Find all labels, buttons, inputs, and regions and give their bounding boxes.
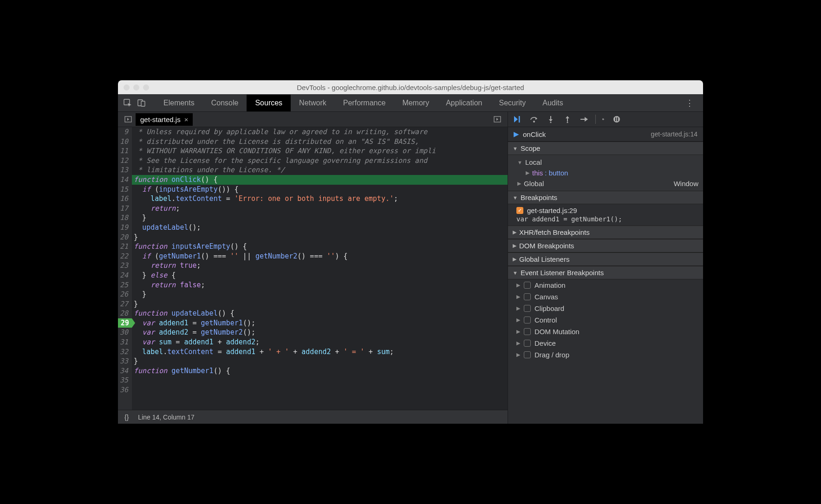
inspect-icon[interactable] — [123, 98, 133, 108]
tab-memory[interactable]: Memory — [394, 95, 437, 111]
deactivate-breakpoints-icon[interactable] — [595, 115, 605, 124]
svg-point-7 — [550, 122, 552, 123]
close-icon[interactable]: × — [184, 116, 189, 123]
zoom-button[interactable] — [143, 84, 149, 90]
svg-rect-11 — [615, 117, 616, 121]
panel-tabs-bar: ElementsConsoleSourcesNetworkPerformance… — [118, 94, 703, 112]
traffic-lights — [124, 84, 149, 90]
event-categories: ▶Animation▶Canvas▶Clipboard▶Control▶DOM … — [508, 279, 703, 361]
close-button[interactable] — [124, 84, 130, 90]
event-listener-breakpoints-header[interactable]: ▼Event Listener Breakpoints — [508, 266, 703, 279]
chevron-right-icon: ▶ — [526, 170, 529, 176]
svg-rect-12 — [617, 117, 618, 121]
chevron-right-icon: ▶ — [516, 340, 520, 346]
event-category[interactable]: ▶Clipboard — [508, 303, 703, 314]
chevron-right-icon: ▶ — [513, 243, 516, 249]
svg-point-10 — [613, 116, 620, 123]
svg-point-8 — [567, 122, 568, 123]
editor-pane: get-started.js × 91011121314151617181920… — [118, 112, 508, 424]
event-category[interactable]: ▶Canvas — [508, 291, 703, 303]
scope-body: ▼Local ▶this: button ▶GlobalWindow — [508, 155, 703, 191]
tab-application[interactable]: Application — [437, 95, 490, 111]
debugger-toggle-icon[interactable] — [492, 114, 503, 125]
event-category[interactable]: ▶DOM Mutation — [508, 326, 703, 337]
call-stack-frame[interactable]: ▶ onClick get-started.js:14 — [508, 127, 703, 142]
dom-breakpoints-header[interactable]: ▶DOM Breakpoints — [508, 239, 703, 252]
editor-tabs-bar: get-started.js × — [118, 112, 508, 127]
breakpoints-header[interactable]: ▼Breakpoints — [508, 191, 703, 204]
svg-rect-2 — [141, 101, 145, 106]
chevron-down-icon: ▼ — [513, 146, 518, 151]
chevron-right-icon: ▶ — [516, 294, 520, 300]
pretty-print-icon[interactable]: {} — [124, 414, 129, 421]
call-stack-location: get-started.js:14 — [651, 130, 697, 138]
step-over-icon[interactable] — [529, 115, 539, 124]
chevron-right-icon: ▶ — [516, 317, 520, 323]
tab-security[interactable]: Security — [490, 95, 534, 111]
status-bar: {} Line 14, Column 17 — [118, 410, 508, 424]
panel-tabs: ElementsConsoleSourcesNetworkPerformance… — [155, 95, 572, 111]
tab-audits[interactable]: Audits — [534, 95, 571, 111]
event-category[interactable]: ▶Drag / drop — [508, 349, 703, 361]
minimize-button[interactable] — [133, 84, 139, 90]
checkbox-icon[interactable] — [524, 305, 531, 312]
code-content[interactable]: * Unless required by applicable law or a… — [132, 127, 508, 410]
checkbox-icon[interactable] — [524, 293, 531, 300]
code-area[interactable]: 9101112131415161718192021222324252627282… — [118, 127, 508, 410]
step-into-icon[interactable] — [546, 115, 555, 124]
checkbox-checked-icon[interactable]: ✓ — [516, 207, 523, 214]
tab-console[interactable]: Console — [203, 95, 247, 111]
device-toggle-icon[interactable] — [137, 98, 147, 108]
step-icon[interactable] — [580, 115, 589, 124]
file-tab[interactable]: get-started.js × — [136, 113, 193, 126]
resume-icon[interactable] — [513, 115, 522, 124]
breakpoints-body: ✓get-started.js:29 var addend1 = getNumb… — [508, 204, 703, 226]
chevron-down-icon: ▼ — [513, 270, 518, 276]
tab-elements[interactable]: Elements — [155, 95, 203, 111]
chevron-down-icon: ▼ — [517, 160, 522, 165]
scope-this[interactable]: ▶this: button — [508, 168, 703, 178]
event-category[interactable]: ▶Device — [508, 337, 703, 349]
svg-rect-5 — [519, 116, 520, 123]
debugger-pane: ▶ onClick get-started.js:14 ▼Scope ▼Loca… — [508, 112, 703, 424]
chevron-right-icon: ▶ — [516, 282, 520, 288]
file-tab-label: get-started.js — [140, 116, 181, 123]
checkbox-icon[interactable] — [524, 328, 531, 335]
xhr-breakpoints-header[interactable]: ▶XHR/fetch Breakpoints — [508, 226, 703, 239]
global-listeners-header[interactable]: ▶Global Listeners — [508, 252, 703, 266]
checkbox-icon[interactable] — [524, 282, 531, 289]
window-title: DevTools - googlechrome.github.io/devtoo… — [118, 84, 703, 91]
more-icon[interactable]: ⋮ — [682, 98, 698, 108]
chevron-right-icon: ▶ — [513, 229, 516, 235]
event-category[interactable]: ▶Control — [508, 314, 703, 326]
breakpoint-item[interactable]: ✓get-started.js:29 — [508, 204, 703, 215]
checkbox-icon[interactable] — [524, 340, 531, 347]
chevron-right-icon: ▶ — [516, 329, 520, 335]
chevron-right-icon: ▶ — [513, 256, 516, 262]
scope-header[interactable]: ▼Scope — [508, 142, 703, 155]
checkbox-icon[interactable] — [524, 351, 531, 358]
scope-local[interactable]: ▼Local — [508, 157, 703, 168]
pause-exceptions-icon[interactable] — [612, 115, 621, 124]
svg-point-6 — [533, 121, 535, 123]
event-category[interactable]: ▶Animation — [508, 279, 703, 291]
devtools-window: DevTools - googlechrome.github.io/devtoo… — [118, 80, 703, 424]
debugger-toolbar — [508, 112, 703, 127]
tab-network[interactable]: Network — [291, 95, 335, 111]
main-area: get-started.js × 91011121314151617181920… — [118, 112, 703, 424]
titlebar: DevTools - googlechrome.github.io/devtoo… — [118, 80, 703, 94]
checkbox-icon[interactable] — [524, 317, 531, 323]
chevron-right-icon: ▶ — [516, 352, 520, 358]
gutter[interactable]: 9101112131415161718192021222324252627282… — [118, 127, 132, 410]
tab-sources[interactable]: Sources — [247, 95, 291, 111]
chevron-right-icon: ▶ — [516, 305, 520, 311]
navigator-toggle-icon[interactable] — [123, 114, 134, 125]
breakpoint-code: var addend1 = getNumber1(); — [508, 215, 703, 226]
tab-performance[interactable]: Performance — [335, 95, 394, 111]
chevron-right-icon: ▶ — [517, 181, 521, 187]
scope-global[interactable]: ▶GlobalWindow — [508, 178, 703, 189]
step-out-icon[interactable] — [563, 115, 572, 124]
current-frame-icon: ▶ — [514, 130, 519, 138]
cursor-position: Line 14, Column 17 — [138, 414, 194, 421]
call-stack-function: onClick — [523, 130, 546, 138]
